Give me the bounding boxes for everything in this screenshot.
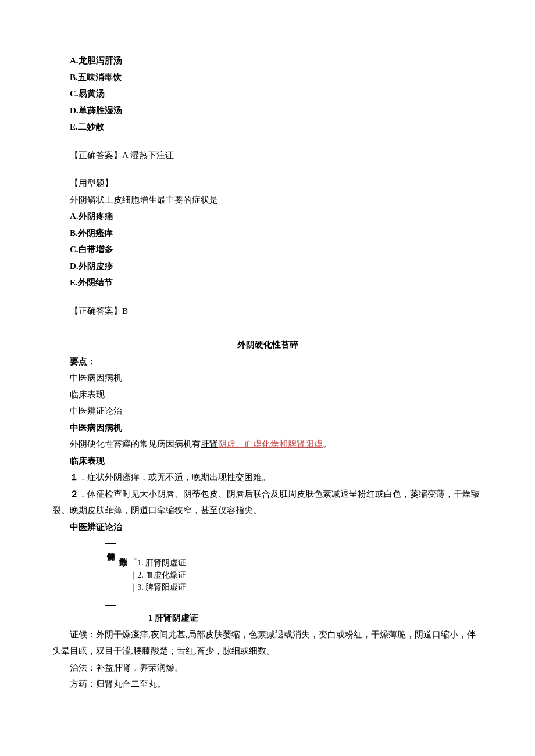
heading-etiology: 中医病因病机	[52, 420, 483, 436]
option-a: A.龙胆泻肝汤	[52, 52, 483, 69]
question-tag: 【用型题】	[52, 175, 483, 192]
diagram-item: 2. 血虚化燥证	[137, 571, 186, 579]
key-point: 临床表现	[52, 386, 483, 403]
option-c: C.白带增多	[52, 241, 483, 258]
heading-clinical: 临床表现	[52, 453, 483, 470]
paragraph: 外阴硬化性苔癣的常见病因病机有肝肾阴虚、血虚化燥和脾肾阳虚。	[52, 436, 483, 453]
paragraph: 证候：外阴干燥瘙痒,夜间尤甚,局部皮肤萎缩，色素减退或消失，变白或粉红，干燥薄脆…	[52, 626, 483, 660]
option-a: A.外阴疼痛	[52, 208, 483, 225]
option-e: E.外阴结节	[52, 274, 483, 291]
question-stem: 外阴鳞状上皮细胞增生最主要的症状是	[52, 192, 483, 209]
option-b: B.五味消毒饮	[52, 69, 483, 86]
key-points-label: 要点：	[52, 353, 483, 370]
text: 。	[323, 439, 331, 449]
option-e: E.二妙散	[52, 119, 483, 135]
text: ．症状外阴瘙痒，或无不适，晚期出现性交困难。	[79, 472, 270, 482]
classification-diagram: 外阴硬化性苔癣 中医分型治疗 「1. 肝肾阴虚证 ｜2. 血虚化燥证 ｜3. 脾…	[105, 543, 483, 606]
heading-treatment: 中医辨证论治	[52, 519, 483, 536]
underlined-red-text: 阴虚、血虚化燥和脾肾阳虚	[218, 439, 323, 449]
underlined-text: 肝肾	[201, 439, 218, 449]
key-point: 中医病因病机	[52, 370, 483, 386]
text: ．体征检查时见大小阴唇、阴蒂包皮、阴唇后联合及肛周皮肤色素减退呈粉红或白色，萎缩…	[52, 489, 480, 515]
option-b: B.外阴瘙痒	[52, 225, 483, 242]
text: 外阴硬化性苔癣的常见病因病机有	[70, 439, 201, 449]
paragraph: ２．体征检查时见大小阴唇、阴蒂包皮、阴唇后联合及肛周皮肤色素减退呈粉红或白色，萎…	[52, 486, 483, 519]
answer-line: 【正确答案】B	[52, 303, 483, 320]
diagram-bracket: 「1. 肝肾阴虚证 ｜2. 血虚化燥证 ｜3. 脾肾阳虚证	[129, 557, 186, 593]
paragraph: 方药：归肾丸合二至丸。	[52, 676, 483, 693]
key-point: 中医辨证论治	[52, 403, 483, 420]
option-d: D.单薜胜湿汤	[52, 102, 483, 119]
diagram-item: 3. 脾肾阳虚证	[137, 583, 186, 592]
diagram-item: 1. 肝肾阴虚证	[137, 558, 186, 567]
paragraph: １．症状外阴瘙痒，或无不适，晚期出现性交困难。	[52, 469, 483, 486]
paragraph: 治法：补益肝肾，养荣润燥。	[52, 660, 483, 676]
answer-line: 【正确答案】A 湿热下注证	[52, 147, 483, 164]
syndrome-heading: 1 肝肾阴虚证	[148, 610, 483, 626]
option-d: D.外阴皮疹	[52, 258, 483, 275]
section-title: 外阴硬化性苔碎	[52, 336, 483, 353]
option-c: C.易黄汤	[52, 85, 483, 102]
diagram-box-method: 中医分型治疗	[117, 549, 128, 600]
diagram-box-disease: 外阴硬化性苔癣	[105, 543, 116, 606]
